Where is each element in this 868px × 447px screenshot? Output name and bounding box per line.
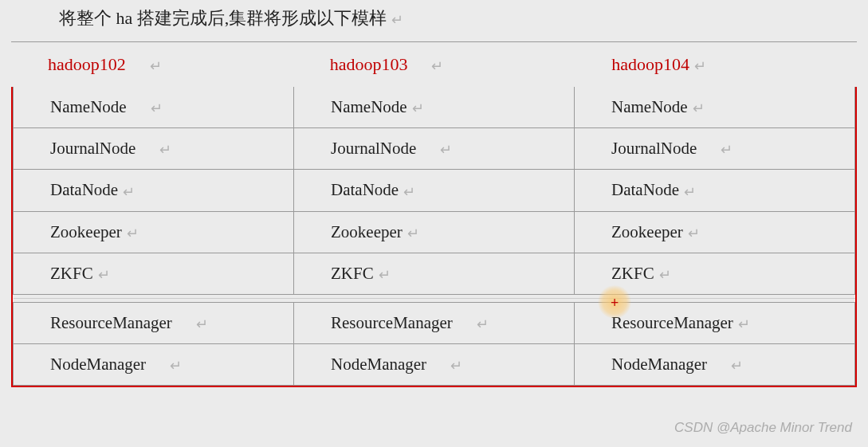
return-glyph: ↵ [151,100,163,117]
cursor-plus-icon: + [611,295,619,312]
cell-zookeeper-104: Zookeeper↵ [575,211,855,253]
return-glyph: ↵ [477,316,489,333]
cell-zkfc-103: ZKFC↵ [294,253,575,294]
return-glyph: ↵ [127,225,139,242]
spacer-row [14,294,855,302]
header-cell-hadoop104: hadoop104↵ [575,42,857,87]
return-glyph: ↵ [659,266,671,284]
return-glyph: ↵ [684,183,696,201]
header-row: hadoop102↵ hadoop103↵ hadoop104↵ [11,42,857,87]
cell-datanode-104: DataNode↵ [575,170,855,211]
return-glyph: ↵ [196,316,208,333]
cell-zookeeper-103: Zookeeper↵ [294,211,575,253]
document-title: 将整个 ha 搭建完成后,集群将形成以下模样↵ [11,0,857,42]
cluster-box: NameNode↵ NameNode↵ NameNode↵ JournalNod… [11,87,857,387]
cell-nodemanager-104: NodeManager↵ [575,344,855,386]
table-row: NodeManager↵ NodeManager↵ NodeManager↵ [14,344,855,386]
return-glyph: ↵ [403,183,415,201]
return-glyph: ↵ [407,225,419,242]
watermark-text: CSDN @Apache Minor Trend [674,420,852,436]
return-glyph: ↵ [391,11,403,29]
cell-namenode-103: NameNode↵ [294,87,575,128]
cell-journalnode-102: JournalNode↵ [14,128,294,170]
table-row: Zookeeper↵ Zookeeper↵ Zookeeper↵ [14,211,855,253]
table-row: JournalNode↵ JournalNode↵ JournalNode↵ [14,128,855,170]
cell-zkfc-104: ZKFC↵ [575,253,855,294]
return-glyph: ↵ [738,316,750,333]
return-glyph: ↵ [123,183,135,201]
return-glyph: ↵ [431,57,443,75]
header-cell-hadoop103: hadoop103↵ [293,42,575,87]
return-glyph: ↵ [379,266,391,284]
table-row: NameNode↵ NameNode↵ NameNode↵ [14,87,855,128]
return-glyph: ↵ [693,100,705,117]
cell-resourcemanager-103: ResourceManager↵ [294,302,575,343]
cell-nodemanager-102: NodeManager↵ [14,344,294,386]
return-glyph: ↵ [731,357,743,374]
cell-namenode-102: NameNode↵ [14,87,294,128]
cluster-table: NameNode↵ NameNode↵ NameNode↵ JournalNod… [13,87,855,386]
table-row: DataNode↵ DataNode↵ DataNode↵ [14,170,855,211]
return-glyph: ↵ [440,141,452,159]
return-glyph: ↵ [688,225,700,242]
return-glyph: ↵ [412,100,424,117]
cell-resourcemanager-102: ResourceManager↵ [14,302,294,343]
cluster-header-table: hadoop102↵ hadoop103↵ hadoop104↵ [11,42,857,87]
return-glyph: ↵ [150,57,162,75]
return-glyph: ↵ [170,357,182,374]
table-row: ResourceManager↵ ResourceManager↵ Resour… [14,302,855,343]
return-glyph: ↵ [159,141,171,159]
table-row: ZKFC↵ ZKFC↵ ZKFC↵ [14,253,855,294]
return-glyph: ↵ [721,141,732,159]
header-cell-hadoop102: hadoop102↵ [11,42,293,87]
cell-journalnode-103: JournalNode↵ [294,128,575,170]
cell-journalnode-104: JournalNode↵ [575,128,855,170]
cell-namenode-104: NameNode↵ [575,87,855,128]
cell-datanode-103: DataNode↵ [294,170,575,211]
return-glyph: ↵ [694,57,706,75]
title-text: 将整个 ha 搭建完成后,集群将形成以下模样 [59,8,387,28]
spacer-cell [14,294,855,302]
cell-datanode-102: DataNode↵ [14,170,294,211]
cell-zookeeper-102: Zookeeper↵ [14,211,294,253]
return-glyph: ↵ [98,266,110,284]
cell-zkfc-102: ZKFC↵ [14,253,294,294]
return-glyph: ↵ [450,357,462,374]
cell-nodemanager-103: NodeManager↵ [294,344,575,386]
